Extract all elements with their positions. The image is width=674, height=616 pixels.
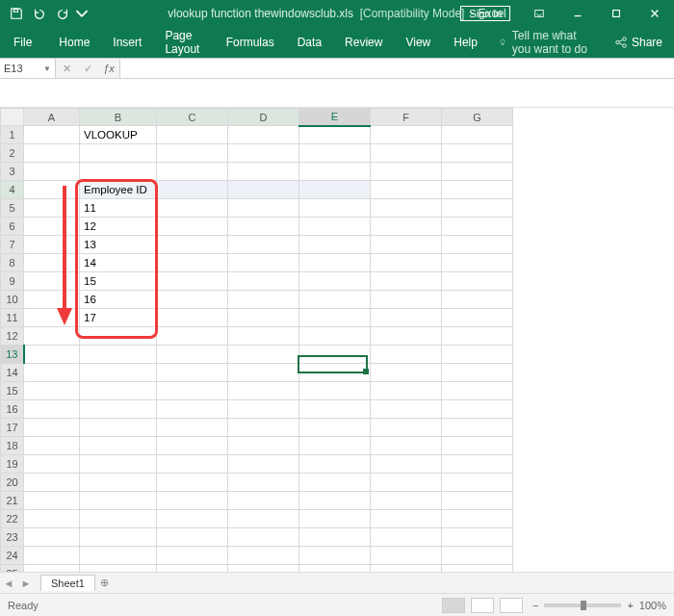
cell-C2[interactable] [157,144,228,163]
tell-me-search[interactable]: Tell me what you want to do [489,29,603,56]
chevron-down-icon[interactable]: ▼ [43,64,51,73]
cell-E2[interactable] [299,144,371,163]
cell-D14[interactable] [228,364,299,382]
cell-A22[interactable] [24,510,80,528]
cell-F21[interactable] [371,492,442,510]
ribbon-options-icon[interactable] [520,0,558,27]
row-header-9[interactable]: 9 [1,272,24,291]
cell-A24[interactable] [24,547,80,565]
cell-F20[interactable] [371,474,442,492]
cell-B15[interactable] [80,382,157,400]
cell-A17[interactable] [24,419,80,437]
cell-A10[interactable] [24,291,80,309]
row-header-12[interactable]: 12 [1,327,24,346]
cell-C17[interactable] [157,419,228,437]
row-header-1[interactable]: 1 [1,126,24,144]
cell-D8[interactable] [228,254,299,272]
cell-B17[interactable] [80,419,157,437]
row-header-24[interactable]: 24 [1,547,24,565]
cell-B12[interactable] [80,327,157,346]
col-header-F[interactable]: F [371,109,442,126]
cell-C20[interactable] [157,474,228,492]
cell-F14[interactable] [371,364,442,382]
cell-B25[interactable] [80,565,157,573]
cell-G14[interactable] [442,364,513,382]
cell-F12[interactable] [371,327,442,346]
cell-C14[interactable] [157,364,228,382]
cell-C24[interactable] [157,547,228,565]
cell-E10[interactable] [299,291,371,309]
cell-B1[interactable]: VLOOKUP [80,126,157,144]
cell-B22[interactable] [80,510,157,528]
cell-E20[interactable] [299,474,371,492]
cell-B6[interactable]: 12 [80,218,157,236]
cell-G4[interactable] [442,181,513,199]
view-page-break-icon[interactable] [500,598,523,613]
row-header-16[interactable]: 16 [1,400,24,419]
cell-B4[interactable]: Employee ID [80,181,157,199]
cell-C3[interactable] [157,163,228,181]
row-header-3[interactable]: 3 [1,163,24,181]
cell-C12[interactable] [157,327,228,346]
cell-A12[interactable] [24,327,80,346]
tab-page-layout[interactable]: Page Layout [153,27,214,58]
cell-G15[interactable] [442,382,513,400]
cell-D23[interactable] [228,528,299,547]
cell-E19[interactable] [299,455,371,474]
cell-C13[interactable] [157,346,228,364]
minimize-icon[interactable] [558,0,597,27]
row-header-7[interactable]: 7 [1,236,24,254]
cell-B16[interactable] [80,400,157,419]
cell-B3[interactable] [80,163,157,181]
cell-F23[interactable] [371,528,442,547]
cell-A18[interactable] [24,437,80,455]
row-header-6[interactable]: 6 [1,218,24,236]
cell-B24[interactable] [80,547,157,565]
cell-G5[interactable] [442,199,513,218]
cell-D16[interactable] [228,400,299,419]
cell-G1[interactable] [442,126,513,144]
cell-F19[interactable] [371,455,442,474]
cell-B13[interactable] [80,346,157,364]
cell-F6[interactable] [371,218,442,236]
fx-icon[interactable]: ƒx [98,63,119,74]
cell-G25[interactable] [442,565,513,573]
cell-C1[interactable] [157,126,228,144]
cell-F7[interactable] [371,236,442,254]
cell-F16[interactable] [371,400,442,419]
zoom-out-icon[interactable]: − [532,600,538,611]
cell-A20[interactable] [24,474,80,492]
cell-D25[interactable] [228,565,299,573]
cell-E16[interactable] [299,400,371,419]
tab-insert[interactable]: Insert [101,27,153,58]
cell-G10[interactable] [442,291,513,309]
cell-B11[interactable]: 17 [80,309,157,327]
cell-G16[interactable] [442,400,513,419]
cell-E6[interactable] [299,218,371,236]
cell-C18[interactable] [157,437,228,455]
cell-G6[interactable] [442,218,513,236]
cell-E9[interactable] [299,272,371,291]
worksheet-grid[interactable]: A B C D E F G 1VLOOKUP234Employee ID5116… [0,108,674,572]
cell-E11[interactable] [299,309,371,327]
row-header-22[interactable]: 22 [1,510,24,528]
cell-D18[interactable] [228,437,299,455]
cell-D9[interactable] [228,272,299,291]
cell-C8[interactable] [157,254,228,272]
row-header-20[interactable]: 20 [1,474,24,492]
cell-A21[interactable] [24,492,80,510]
cell-F17[interactable] [371,419,442,437]
cell-F11[interactable] [371,309,442,327]
cell-E23[interactable] [299,528,371,547]
cell-A5[interactable] [24,199,80,218]
cell-B5[interactable]: 11 [80,199,157,218]
cell-A15[interactable] [24,382,80,400]
cell-F25[interactable] [371,565,442,573]
cell-G23[interactable] [442,528,513,547]
cell-A19[interactable] [24,455,80,474]
view-normal-icon[interactable] [442,598,465,613]
tab-review[interactable]: Review [333,27,394,58]
cell-A9[interactable] [24,272,80,291]
col-header-E[interactable]: E [299,109,371,126]
col-header-D[interactable]: D [228,109,299,126]
